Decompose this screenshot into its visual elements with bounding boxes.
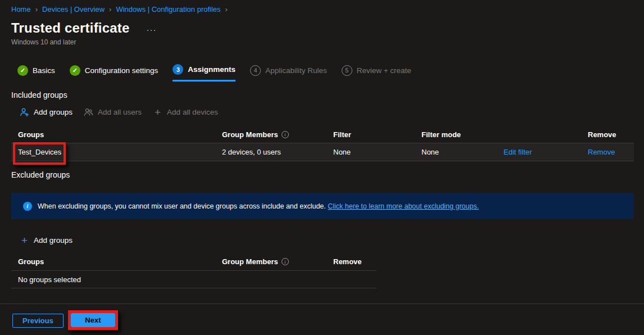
learn-more-link[interactable]: Click here to learn more about excluding… bbox=[328, 202, 479, 210]
excluded-groups-heading: Excluded groups bbox=[11, 170, 70, 179]
step-label: Review + create bbox=[357, 66, 411, 75]
tab-applicability-rules: 4 Applicability Rules bbox=[250, 64, 327, 82]
add-groups-label: Add groups bbox=[34, 108, 72, 116]
group-members-value: 2 devices, 0 users bbox=[222, 148, 333, 156]
excluded-toolbar: + Add groups bbox=[20, 236, 72, 245]
column-header-remove: Remove bbox=[588, 130, 634, 139]
filter-mode-value: None bbox=[421, 148, 504, 156]
add-all-users-button[interactable]: Add all users bbox=[84, 107, 142, 117]
column-header-group-members: Group Members bbox=[222, 130, 278, 139]
page-header: Trusted certificate ··· bbox=[11, 20, 157, 36]
tab-review-create: 5 Review + create bbox=[342, 64, 411, 82]
banner-text: When excluding groups, you cannot mix us… bbox=[38, 202, 479, 210]
tab-assignments[interactable]: 3 Assignments bbox=[173, 64, 235, 82]
step-number-badge: 3 bbox=[173, 64, 183, 75]
column-header-groups: Groups bbox=[18, 130, 222, 139]
breadcrumb-configuration-profiles[interactable]: Windows | Configuration profiles bbox=[116, 5, 220, 13]
plus-icon: + bbox=[20, 236, 29, 245]
add-all-devices-label: Add all devices bbox=[167, 108, 218, 116]
chevron-right-icon: › bbox=[35, 5, 38, 13]
edit-filter-link[interactable]: Edit filter bbox=[504, 148, 588, 156]
column-header-group-members: Group Members bbox=[222, 257, 278, 266]
included-table-header: Groups Group Members i Filter Filter mod… bbox=[11, 126, 634, 143]
empty-state-row: No groups selected bbox=[11, 271, 377, 288]
step-label: Assignments bbox=[188, 65, 235, 74]
add-groups-label: Add groups bbox=[34, 236, 72, 245]
column-header-filter: Filter bbox=[333, 130, 421, 139]
filter-value: None bbox=[333, 148, 421, 156]
breadcrumb-devices-overview[interactable]: Devices | Overview bbox=[42, 5, 105, 13]
excluded-groups-table: Groups Group Members i Remove No groups … bbox=[11, 253, 377, 288]
step-label: Basics bbox=[33, 66, 55, 75]
chevron-right-icon: › bbox=[109, 5, 111, 13]
more-options-icon[interactable]: ··· bbox=[147, 25, 157, 34]
included-groups-table: Groups Group Members i Filter Filter mod… bbox=[11, 126, 634, 161]
add-all-users-label: Add all users bbox=[98, 108, 142, 116]
annotation-box-next: Next bbox=[68, 310, 118, 330]
group-name: Test_Devices bbox=[18, 148, 222, 156]
column-header-filter-mode: Filter mode bbox=[421, 130, 504, 139]
person-add-icon bbox=[20, 107, 29, 117]
wizard-footer: Previous Next bbox=[0, 304, 644, 335]
included-groups-heading: Included groups bbox=[11, 90, 67, 99]
add-groups-button[interactable]: Add groups bbox=[20, 107, 72, 117]
step-label: Applicability Rules bbox=[265, 66, 327, 75]
included-toolbar: Add groups Add all users + Add all devic… bbox=[20, 107, 218, 117]
column-header-remove: Remove bbox=[333, 257, 377, 266]
info-banner: i When excluding groups, you cannot mix … bbox=[11, 193, 634, 219]
check-icon: ✓ bbox=[70, 65, 80, 76]
breadcrumb-home[interactable]: Home bbox=[11, 5, 31, 13]
table-row: Test_Devices 2 devices, 0 users None Non… bbox=[11, 143, 634, 161]
chevron-right-icon: › bbox=[225, 5, 228, 13]
info-icon[interactable]: i bbox=[282, 258, 289, 265]
page-title: Trusted certificate bbox=[11, 20, 130, 36]
tab-basics[interactable]: ✓ Basics bbox=[17, 64, 55, 82]
add-groups-button-excluded[interactable]: + Add groups bbox=[20, 236, 72, 245]
tab-configuration-settings[interactable]: ✓ Configuration settings bbox=[70, 64, 158, 82]
info-icon[interactable]: i bbox=[282, 131, 289, 138]
no-groups-text: No groups selected bbox=[18, 275, 81, 284]
breadcrumb: Home › Devices | Overview › Windows | Co… bbox=[11, 5, 232, 13]
plus-icon: + bbox=[153, 107, 162, 117]
info-icon: i bbox=[23, 202, 32, 211]
next-button[interactable]: Next bbox=[71, 313, 115, 327]
people-icon bbox=[84, 107, 93, 117]
check-icon: ✓ bbox=[17, 65, 28, 76]
add-all-devices-button[interactable]: + Add all devices bbox=[153, 107, 218, 117]
wizard-steps: ✓ Basics ✓ Configuration settings 3 Assi… bbox=[17, 64, 411, 82]
step-number-badge: 5 bbox=[342, 65, 352, 76]
column-header-groups: Groups bbox=[18, 257, 222, 266]
remove-link[interactable]: Remove bbox=[588, 148, 634, 156]
step-label: Configuration settings bbox=[85, 66, 158, 75]
previous-button[interactable]: Previous bbox=[12, 314, 64, 328]
page-subtitle: Windows 10 and later bbox=[11, 38, 76, 46]
step-number-badge: 4 bbox=[250, 65, 261, 76]
excluded-table-header: Groups Group Members i Remove bbox=[11, 253, 377, 271]
